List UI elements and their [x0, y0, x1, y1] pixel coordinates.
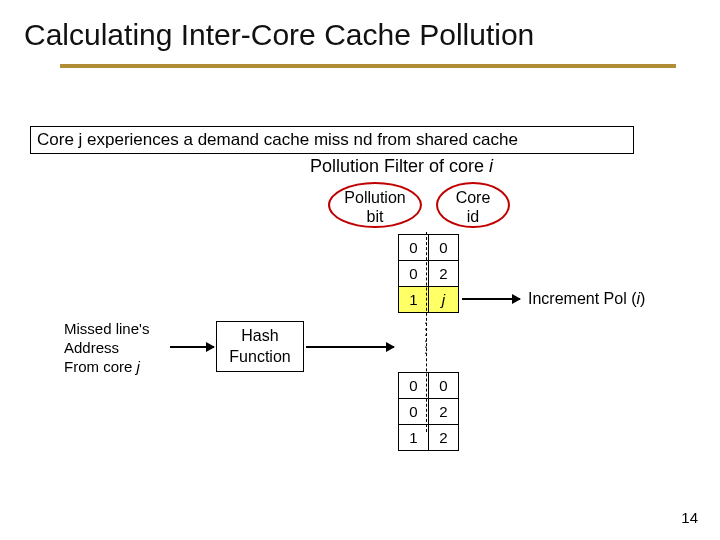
cell: 1: [399, 425, 429, 451]
table-row: 1 2: [399, 425, 459, 451]
cell: 0: [429, 373, 459, 399]
arrow-to-increment: [462, 298, 520, 300]
increment-prefix: Increment Pol (: [528, 290, 636, 307]
banner-text-left: Core j experiences a demand cache miss: [37, 130, 349, 149]
cell: 0: [399, 235, 429, 261]
cell: 0: [399, 261, 429, 287]
pollution-bit-label-1: Pollution: [330, 188, 420, 207]
increment-label: Increment Pol (i): [528, 290, 645, 308]
banner-text-right: nd from shared cache: [349, 130, 518, 149]
arrow-hash-to-table: [306, 346, 394, 348]
filter-title-core: i: [489, 156, 493, 176]
vertical-ellipsis: ......: [424, 316, 428, 352]
cell: j: [429, 287, 459, 313]
cell: 1: [399, 287, 429, 313]
src-line2: Address: [64, 339, 119, 356]
hash-label-2: Function: [217, 347, 303, 368]
src-line1-suffix: line's: [112, 320, 150, 337]
page-title: Calculating Inter-Core Cache Pollution: [0, 0, 720, 58]
cell: 0: [399, 373, 429, 399]
pollution-bit-label-2: bit: [330, 207, 420, 226]
filter-title-prefix: Pollution Filter of core: [310, 156, 489, 176]
filter-table-bottom: 0 0 0 2 1 2: [398, 372, 459, 451]
core-id-label-1: Core: [438, 188, 508, 207]
table-row: 1 j: [399, 287, 459, 313]
scenario-banner: Core j experiences a demand cache miss n…: [30, 126, 634, 154]
cell: 0: [429, 235, 459, 261]
arrow-src-to-hash: [170, 346, 214, 348]
filter-title: Pollution Filter of core i: [310, 156, 493, 177]
cell: 0: [399, 399, 429, 425]
table-row: 0 2: [399, 261, 459, 287]
pollution-bit-oval: Pollution bit: [328, 182, 422, 228]
src-line1-overlay: Missed: [64, 320, 112, 337]
table-row: 0 0: [399, 373, 459, 399]
filter-table-top: 0 0 0 2 1 j: [398, 234, 459, 313]
source-address-label: Missed line's Address From core j: [64, 320, 149, 376]
title-rule: [60, 64, 676, 68]
cell: 2: [429, 425, 459, 451]
cell: 2: [429, 261, 459, 287]
page-number: 14: [681, 509, 698, 526]
core-id-oval: Core id: [436, 182, 510, 228]
cell: 2: [429, 399, 459, 425]
hash-label-1: Hash: [217, 326, 303, 347]
table-row: 0 0: [399, 235, 459, 261]
core-id-label-2: id: [438, 207, 508, 226]
src-line3-prefix: From core: [64, 358, 137, 375]
increment-suffix: ): [640, 290, 645, 307]
hash-function-box: Hash Function: [216, 321, 304, 372]
table-row: 0 2: [399, 399, 459, 425]
src-line3-core: j: [137, 358, 140, 375]
